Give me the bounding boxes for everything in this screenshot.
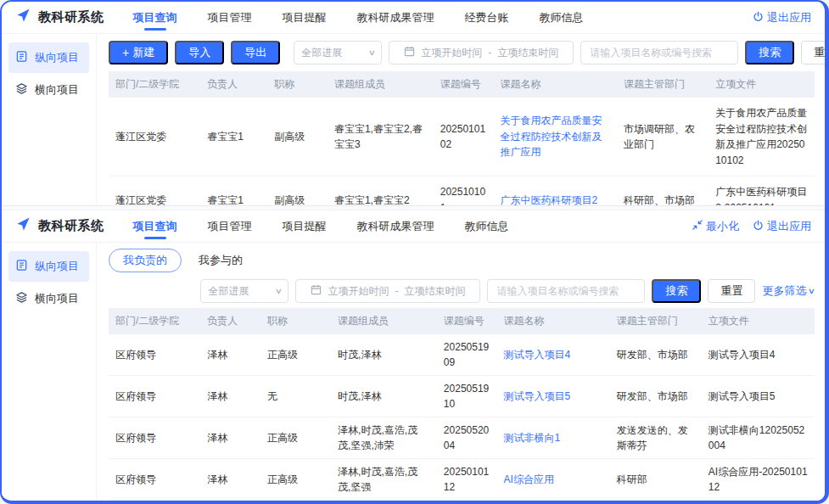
cell-number: 202510101 <box>434 176 494 205</box>
col-members: 课题组成员 <box>328 71 434 98</box>
search-input[interactable] <box>581 47 737 59</box>
cell-title: 无 <box>260 376 331 417</box>
table-row: 蓬江区党委 睿宝宝1 副高级 睿宝宝1,睿宝宝2,睿宝宝3 2025010102… <box>109 98 815 176</box>
reset-button[interactable]: 重置 <box>708 279 755 303</box>
project-name-link[interactable]: AI综合应用 <box>497 459 610 501</box>
search-button[interactable]: 搜索 <box>652 279 701 303</box>
search-input[interactable] <box>488 285 644 297</box>
nav-achievement-manage[interactable]: 教科研成果管理 <box>357 2 434 33</box>
table-row: 区府领导 泽林 正高级 泽林,时茂,嘉浩,茂茂,坚强,沛荣 2025010111… <box>109 501 815 501</box>
toolbar: +新建 导入 导出 全部进展 ∨ 立项开始时间 - 立项结束时间 <box>109 41 815 64</box>
project-name-link[interactable]: 测试非横向1 <box>497 417 610 459</box>
nav-teacher-info[interactable]: 教师信息 <box>540 2 584 33</box>
tab-my-participated[interactable]: 我参与的 <box>199 253 243 268</box>
tab-my-responsible[interactable]: 我负责的 <box>109 249 182 272</box>
export-button[interactable]: 导出 <box>231 41 280 64</box>
nav-project-manage[interactable]: 项目管理 <box>208 210 252 242</box>
top-nav: 项目查询 项目管理 项目提醒 教科研成果管理 经费台账 教师信息 <box>133 2 584 33</box>
cell-leader: 泽林 <box>200 334 260 376</box>
nav-teacher-info[interactable]: 教师信息 <box>465 210 509 242</box>
progress-filter-select[interactable]: 全部进展 ∨ <box>294 41 382 64</box>
projects-table: 部门/二级学院 负责人 职称 课题组成员 课题编号 课题名称 课题主管部门 立项… <box>109 308 815 501</box>
brand: 教科研系统 <box>15 216 104 236</box>
cell-number: 2025051910 <box>437 376 497 417</box>
reset-button[interactable]: 重置 <box>801 41 825 64</box>
bottom-panel-header: 教科研系统 项目查询 项目管理 项目提醒 教科研成果管理 教师信息 最小化 <box>2 210 825 243</box>
project-name-link[interactable]: 测试导入项目4 <box>497 334 610 376</box>
cell-department: 蓬江区党委 <box>109 98 200 176</box>
date-range-picker[interactable]: 立项开始时间 - 立项结束时间 <box>389 41 574 64</box>
cell-title: 正高级 <box>260 417 331 459</box>
col-file: 立项文件 <box>709 71 815 98</box>
col-supervisor: 课题主管部门 <box>617 71 709 98</box>
cell-members: 时茂,泽林 <box>331 376 437 417</box>
project-name-link[interactable]: 广东中医药科研项目2 <box>493 176 617 205</box>
more-filters-link[interactable]: 更多筛选 ∨ <box>762 283 815 299</box>
cell-title: 副高级 <box>267 98 328 176</box>
nav-project-remind[interactable]: 项目提醒 <box>283 210 327 242</box>
date-separator: - <box>395 285 398 297</box>
exit-app-button[interactable]: 退出应用 <box>753 219 811 234</box>
col-name: 课题名称 <box>493 71 617 98</box>
project-name-link[interactable]: 关于食用农产品质量安全过程防控技术创新及推广应用 <box>493 98 617 176</box>
sidebar: 纵向项目 横向项目 <box>2 34 97 205</box>
table-row: 区府领导 泽林 正高级 泽林,时茂,嘉浩,茂茂,坚强,沛荣 2025052004… <box>109 417 815 459</box>
date-start-placeholder: 立项开始时间 <box>328 284 389 299</box>
sidebar-item-horizontal-projects[interactable]: 横向项目 <box>8 75 89 105</box>
import-button[interactable]: 导入 <box>175 41 224 64</box>
cell-number: 2025010102 <box>434 98 494 176</box>
cell-supervisor: 市场调研部、农业部门 <box>617 98 709 176</box>
col-department: 部门/二级学院 <box>109 308 200 334</box>
cell-department: 区府领导 <box>109 459 200 501</box>
nav-fund-ledger[interactable]: 经费台账 <box>465 2 509 33</box>
bottom-panel-main: 我负责的 我参与的 全部进展 ∨ 立项开始时间 - <box>97 243 825 501</box>
exit-app-button[interactable]: 退出应用 <box>753 10 811 25</box>
date-range-picker[interactable]: 立项开始时间 - 立项结束时间 <box>295 279 480 303</box>
cell-leader: 泽林 <box>200 417 260 459</box>
top-panel-body: 纵向项目 横向项目 +新建 导入 导出 全部进展 ∨ <box>2 34 825 205</box>
cell-members: 睿宝宝1,睿宝宝2,睿宝宝3 <box>328 98 434 176</box>
nav-achievement-manage[interactable]: 教科研成果管理 <box>357 210 434 242</box>
cell-department: 区府领导 <box>109 334 200 376</box>
panel-top: 教科研系统 项目查询 项目管理 项目提醒 教科研成果管理 经费台账 教师信息 退… <box>2 2 825 205</box>
cell-file: AI综合应用-2025010112 <box>702 459 815 501</box>
app-title: 教科研系统 <box>38 9 104 25</box>
col-number: 课题编号 <box>434 71 494 98</box>
minimize-icon <box>692 220 703 232</box>
power-icon <box>753 11 764 25</box>
progress-filter-select[interactable]: 全部进展 ∨ <box>200 279 288 303</box>
search-box <box>487 279 645 303</box>
project-name-link[interactable]: 测试导入项目5 <box>497 376 610 417</box>
cell-supervisor: 发送发送的、发斯蒂芬 <box>610 417 702 459</box>
date-end-placeholder: 立项结束时间 <box>497 46 558 60</box>
table-row: 蓬江区党委 睿宝宝1 副高级 睿宝宝1,睿宝宝2 202510101 广东中医药… <box>109 176 815 205</box>
nav-project-query[interactable]: 项目查询 <box>133 2 177 33</box>
sidebar-item-horizontal-projects[interactable]: 横向项目 <box>8 283 89 314</box>
nav-project-remind[interactable]: 项目提醒 <box>283 2 327 33</box>
power-icon <box>753 220 764 233</box>
top-nav: 项目查询 项目管理 项目提醒 教科研成果管理 教师信息 <box>133 210 509 242</box>
col-title: 职称 <box>267 71 328 98</box>
col-name: 课题名称 <box>497 308 610 334</box>
sidebar-item-vertical-projects[interactable]: 纵向项目 <box>8 251 89 282</box>
search-button[interactable]: 搜索 <box>745 41 794 64</box>
project-name-link[interactable]: 关爱残疾人AI研究 <box>497 501 610 501</box>
col-leader: 负责人 <box>200 71 267 98</box>
cell-department: 蓬江区党委 <box>109 176 200 205</box>
sidebar: 纵向项目 横向项目 <box>2 243 97 501</box>
cell-department: 区府领导 <box>109 417 200 459</box>
app-window: 教科研系统 项目查询 项目管理 项目提醒 教科研成果管理 经费台账 教师信息 退… <box>0 0 829 504</box>
cell-file: 测试导入项目4 <box>702 334 815 376</box>
cell-leader: 睿宝宝1 <box>200 176 267 205</box>
minimize-button[interactable]: 最小化 <box>692 219 739 234</box>
sidebar-item-vertical-projects[interactable]: 纵向项目 <box>8 42 89 73</box>
nav-project-manage[interactable]: 项目管理 <box>208 2 252 33</box>
col-file: 立项文件 <box>702 308 815 334</box>
scope-tabs: 我负责的 我参与的 <box>109 249 815 272</box>
table-header-row: 部门/二级学院 负责人 职称 课题组成员 课题编号 课题名称 课题主管部门 立项… <box>109 71 815 98</box>
cell-number: 2025051909 <box>437 334 497 376</box>
col-department: 部门/二级学院 <box>109 71 200 98</box>
table-header-row: 部门/二级学院 负责人 职称 课题组成员 课题编号 课题名称 课题主管部门 立项… <box>109 308 815 334</box>
nav-project-query[interactable]: 项目查询 <box>133 210 177 242</box>
new-button[interactable]: +新建 <box>109 41 168 64</box>
